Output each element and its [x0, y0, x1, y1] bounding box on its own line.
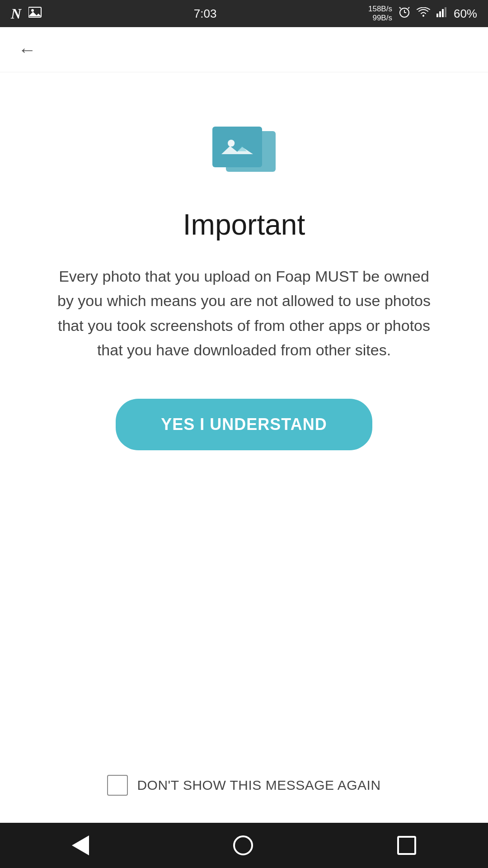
photo-icon-front: [212, 127, 262, 167]
dont-show-section: DON'T SHOW THIS MESSAGE AGAIN: [0, 775, 488, 796]
nav-recent-button[interactable]: [397, 836, 416, 855]
home-nav-icon: [233, 835, 253, 855]
status-bar-left: N: [11, 5, 42, 22]
svg-rect-11: [442, 9, 444, 17]
dont-show-checkbox[interactable]: [107, 775, 128, 796]
svg-rect-9: [436, 14, 438, 17]
status-bar-right: 158B/s 99B/s: [368, 5, 477, 23]
dont-show-label: DON'T SHOW THIS MESSAGE AGAIN: [137, 778, 380, 793]
back-arrow-icon: ←: [18, 41, 36, 59]
signal-icon: [436, 7, 447, 20]
svg-rect-13: [221, 134, 253, 160]
page-title: Important: [183, 208, 305, 241]
nav-home-button[interactable]: [233, 835, 253, 855]
back-nav-icon: [72, 835, 89, 855]
network-speed: 158B/s 99B/s: [368, 5, 392, 23]
bottom-nav: [0, 823, 488, 868]
nav-back-button[interactable]: [72, 835, 89, 855]
svg-line-7: [408, 7, 409, 9]
svg-point-1: [31, 9, 34, 12]
back-button[interactable]: ←: [14, 36, 41, 63]
netflix-logo: N: [11, 5, 21, 22]
svg-marker-2: [28, 12, 41, 16]
main-content: Important Every photo that you upload on…: [0, 72, 488, 823]
gallery-icon: [28, 6, 42, 21]
battery-display: 60%: [454, 7, 477, 21]
recent-nav-icon: [397, 836, 416, 855]
nav-bar: ←: [0, 27, 488, 72]
svg-rect-10: [439, 11, 441, 17]
svg-point-14: [228, 140, 235, 146]
time-display: 7:03: [194, 7, 217, 21]
description-text: Every photo that you upload on Foap MUST…: [50, 264, 438, 363]
svg-line-6: [399, 7, 401, 9]
svg-point-8: [422, 15, 424, 17]
understand-button[interactable]: YES I UNDERSTAND: [116, 399, 372, 450]
alarm-icon: [399, 6, 410, 21]
status-bar: N 7:03 158B/s 99B/s: [0, 0, 488, 27]
photo-icon: [212, 127, 276, 181]
wifi-icon: [417, 7, 430, 20]
svg-rect-12: [445, 7, 446, 17]
